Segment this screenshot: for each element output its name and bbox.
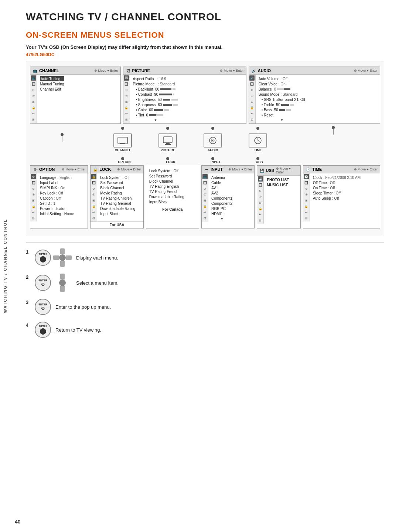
lk-icon-1[interactable]: 🔒 [91, 174, 96, 179]
input-item-component1[interactable]: Component1 [211, 196, 232, 201]
opt-icon-6[interactable]: 🔒 [31, 204, 36, 209]
pic-icon-6[interactable]: 🔒 [124, 105, 129, 110]
usb-icon-1[interactable]: 💾 [258, 176, 263, 182]
time-item-ontime[interactable]: On Time : Off [313, 185, 361, 190]
opt-icon-5[interactable]: ⊞ [31, 198, 36, 203]
pic-icon-2[interactable]: 🔲 [124, 81, 129, 87]
time-item-autosleep[interactable]: Auto Sleep : Off [313, 196, 361, 201]
audio-item-bass[interactable]: • Bass 50 [259, 107, 305, 112]
audio-item-balance[interactable]: Balance 0 [259, 87, 305, 92]
pic-icon-1[interactable]: 🖼 [124, 75, 129, 81]
time-icon-5[interactable]: ⊞ [304, 198, 309, 203]
usb-icon-8[interactable]: ⊡ [258, 218, 263, 223]
time-icon-2[interactable]: 🔲 [304, 180, 309, 185]
picture-item-color[interactable]: • Color 60 [133, 107, 178, 112]
time-icon-6[interactable]: 🔒 [304, 204, 309, 209]
usb-icon-3[interactable]: ⊙ [258, 188, 263, 193]
lk-icon-2[interactable]: 🔲 [91, 180, 96, 185]
picture-item-backlight[interactable]: • Backlight 80 [133, 87, 178, 92]
audio-item-treble[interactable]: • Treble 50 [259, 102, 305, 107]
time-item-sleeptimer[interactable]: Sleep Timer : Off [313, 190, 361, 196]
usb-icon-2[interactable]: 🔲 [258, 182, 263, 187]
lock-ca-item-locksystem[interactable]: Lock System : Off [149, 168, 197, 173]
pic-icon-4[interactable]: ☉ [124, 93, 129, 98]
input-item-cable[interactable]: Cable [211, 180, 232, 185]
dpad-2[interactable] [53, 274, 72, 292]
input-item-av1[interactable]: AV1 [211, 185, 232, 190]
input-item-av2[interactable]: AV2 [211, 190, 232, 196]
audio-item-autovolume[interactable]: Auto Volume : Off [259, 76, 305, 81]
lock-usa-item-setpassword[interactable]: Set Password [100, 180, 135, 185]
option-item-setid[interactable]: Set ID : 1 [40, 201, 74, 206]
pic-icon-8[interactable]: ⊡ [124, 117, 129, 122]
inp-icon-1[interactable]: 📺 [202, 174, 208, 179]
picture-item-brightness[interactable]: • Brightness 50 [133, 97, 178, 102]
channel-item-autotuning[interactable]: Auto Tuning [40, 76, 64, 81]
inp-icon-7[interactable]: ↩ [202, 210, 208, 215]
option-item-simplink[interactable]: SIMPLINK : On [40, 185, 74, 190]
opt-icon-4[interactable]: ☉ [31, 192, 36, 197]
ch-icon-2[interactable]: 🔲 [31, 81, 36, 87]
lock-usa-item-blockchannel[interactable]: Block Channel [100, 185, 135, 190]
dpad-1[interactable] [53, 248, 72, 267]
channel-item-channeledit[interactable]: Channel Edit [40, 87, 64, 92]
picture-item-picturemode[interactable]: Picture Mode : Standard [133, 81, 178, 87]
lk-icon-8[interactable]: ⊡ [91, 216, 96, 221]
time-icon-1[interactable]: 🕐 [304, 174, 309, 179]
ch-icon-5[interactable]: ⊞ [31, 99, 36, 104]
lock-usa-item-tvchildren[interactable]: TV Rating-Children [100, 196, 135, 201]
aud-icon-1[interactable]: 🔊 [249, 75, 255, 81]
usb-icon-6[interactable]: 🔒 [258, 206, 263, 211]
lk-icon-4[interactable]: ☉ [91, 192, 96, 197]
time-icon-3[interactable]: ⊙ [304, 186, 309, 191]
lock-ca-item-tvenglish[interactable]: TV Rating-English [149, 184, 197, 189]
usb-item-musiclist[interactable]: MUSIC LIST [267, 182, 289, 187]
usb-icon-5[interactable]: ⊞ [258, 200, 263, 205]
option-item-caption[interactable]: Caption : Off [40, 196, 74, 201]
audio-item-reset[interactable]: • Reset [259, 112, 305, 118]
inp-icon-6[interactable]: 🔒 [202, 204, 208, 209]
lk-icon-3[interactable]: ⊙ [91, 186, 96, 191]
aud-icon-3[interactable]: ⊙ [249, 87, 255, 92]
input-item-antenna[interactable]: Antenna [211, 175, 232, 180]
inp-icon-5[interactable]: ⊞ [202, 198, 208, 203]
aud-icon-4[interactable]: ☉ [249, 93, 255, 98]
option-item-keylock[interactable]: Key Lock : Off [40, 190, 74, 196]
opt-icon-7[interactable]: ↩ [31, 210, 36, 215]
usb-item-photolist[interactable]: PHOTO LIST [267, 177, 289, 182]
ch-icon-6[interactable]: 🔒 [31, 105, 36, 110]
opt-icon-8[interactable]: ⊡ [31, 216, 36, 221]
aud-icon-8[interactable]: ⊡ [249, 117, 255, 122]
lock-ca-item-dlrating[interactable]: Downloadable Rating [149, 194, 197, 199]
menu-button-4[interactable]: MENU ⬤ [35, 322, 51, 338]
option-item-language[interactable]: Language : English [40, 175, 74, 180]
option-item-powerind[interactable]: Power Indicator [40, 206, 74, 211]
audio-item-soundmode[interactable]: Sound Mode : Standard [259, 92, 305, 97]
lock-ca-item-setpassword[interactable]: Set Password [149, 173, 197, 179]
enter-button-2[interactable]: ENTER ⊙ [35, 275, 51, 291]
usb-icon-4[interactable]: ☉ [258, 194, 263, 199]
ch-icon-3[interactable]: ⊙ [31, 87, 36, 92]
enter-button-3[interactable]: ENTER ⊙ [35, 299, 51, 315]
time-icon-7[interactable]: ↩ [304, 210, 309, 215]
lock-usa-item-dlrating[interactable]: Downloadable Rating [100, 206, 135, 211]
pic-icon-5[interactable]: ⊞ [124, 99, 129, 104]
lock-usa-item-locksystem[interactable]: Lock System : Off [100, 175, 135, 180]
inp-icon-8[interactable]: ⊡ [202, 216, 208, 221]
opt-icon-2[interactable]: 🔲 [31, 180, 36, 185]
channel-item-manualtuning[interactable]: Manual Tuning [40, 81, 64, 87]
lk-icon-5[interactable]: ⊞ [91, 198, 96, 203]
aud-icon-6[interactable]: 🔒 [249, 105, 255, 110]
audio-item-clearvoice[interactable]: Clear Voice : On [259, 81, 305, 87]
lock-usa-item-movierating[interactable]: Movie Rating [100, 190, 135, 196]
menu-button-1[interactable]: MENU ⬤ [35, 250, 51, 266]
audio-item-srs[interactable]: • SRS TruSurround XT: Off [259, 97, 305, 102]
time-item-offtime[interactable]: Off Time : Off [313, 180, 361, 185]
ch-icon-4[interactable]: ☉ [31, 93, 36, 98]
opt-icon-1[interactable]: ⚙ [31, 174, 36, 179]
pic-icon-3[interactable]: ⊙ [124, 87, 129, 92]
ch-icon-1[interactable]: 📺 [31, 75, 36, 81]
option-item-inputlabel[interactable]: Input Label [40, 180, 74, 185]
lock-ca-item-blockchannel[interactable]: Block Channel [149, 179, 197, 184]
lk-icon-7[interactable]: ↩ [91, 210, 96, 215]
